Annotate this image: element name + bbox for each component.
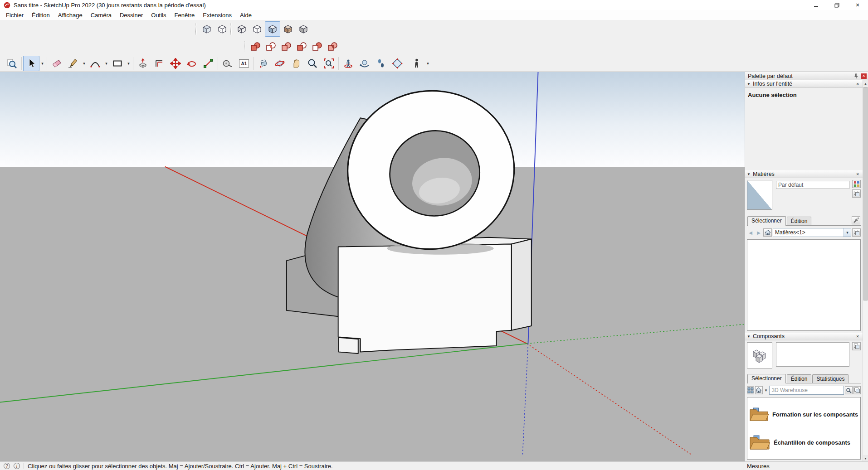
- materials-list[interactable]: [747, 239, 861, 331]
- model-viewport[interactable]: [0, 72, 745, 461]
- scroll-thumb[interactable]: [863, 87, 868, 300]
- scale-button[interactable]: [200, 56, 216, 71]
- materials-close-icon[interactable]: [854, 171, 861, 177]
- menu-fenetre[interactable]: Fenêtre: [171, 11, 199, 19]
- scroll-up-icon[interactable]: [863, 80, 868, 87]
- materials-tab-select[interactable]: Sélectionner: [747, 216, 786, 226]
- components-secondary-pane-button[interactable]: [853, 386, 861, 394]
- toolbar-grip[interactable]: [244, 41, 245, 52]
- subtract-button[interactable]: [294, 39, 309, 54]
- restore-button[interactable]: [826, 0, 847, 10]
- split-button[interactable]: [325, 39, 340, 54]
- materials-collection-dropdown[interactable]: Matières<1>: [773, 228, 851, 237]
- components-close-icon[interactable]: [854, 334, 861, 339]
- shapes-button[interactable]: [109, 56, 126, 71]
- style-hidden-line-button[interactable]: [249, 21, 265, 37]
- components-tab-edit[interactable]: Édition: [787, 374, 812, 383]
- tape-measure-button[interactable]: [219, 56, 236, 71]
- rotate-button[interactable]: [184, 56, 200, 71]
- select-button[interactable]: [23, 56, 39, 71]
- style-shaded-button[interactable]: [265, 21, 280, 37]
- material-pane-button[interactable]: [852, 189, 861, 198]
- style-shaded-textures-button[interactable]: [280, 21, 296, 37]
- collapse-triangle-icon[interactable]: [747, 172, 751, 176]
- position-camera-button[interactable]: [340, 56, 356, 71]
- menu-edition[interactable]: Édition: [28, 11, 54, 19]
- outer-shell-button[interactable]: [248, 39, 263, 54]
- collapse-triangle-icon[interactable]: [747, 82, 751, 86]
- menu-aide[interactable]: Aide: [236, 11, 256, 19]
- components-search-input[interactable]: [769, 386, 844, 395]
- create-material-button[interactable]: [852, 180, 861, 188]
- style-monochrome-button[interactable]: [296, 21, 311, 37]
- look-around-button[interactable]: [356, 56, 373, 71]
- union-button[interactable]: [278, 39, 294, 54]
- dimension-text-button[interactable]: [236, 56, 252, 71]
- offset-button[interactable]: [151, 56, 167, 71]
- materials-back-icon[interactable]: [747, 228, 754, 237]
- list-item[interactable]: Formation sur les composants ...: [749, 400, 858, 428]
- collapse-triangle-icon[interactable]: [747, 334, 751, 339]
- line-button[interactable]: [65, 56, 81, 71]
- measurements-input[interactable]: [773, 463, 864, 470]
- materials-tab-edit[interactable]: Édition: [787, 217, 812, 225]
- components-home-button[interactable]: [755, 386, 762, 394]
- search-button[interactable]: [4, 56, 20, 71]
- zoom-button[interactable]: [304, 56, 321, 71]
- section-plane-button[interactable]: [389, 56, 405, 71]
- style-back-edges-button[interactable]: [215, 21, 230, 37]
- components-header[interactable]: Composants: [745, 333, 863, 340]
- component-pane-button[interactable]: [852, 342, 861, 350]
- arc-button[interactable]: [87, 56, 103, 71]
- menu-outils[interactable]: Outils: [147, 11, 170, 19]
- intersect-button[interactable]: [263, 39, 278, 54]
- trim-button[interactable]: [309, 39, 325, 54]
- components-search-button[interactable]: [845, 386, 852, 394]
- entity-info-close-icon[interactable]: [854, 81, 861, 87]
- toolbar-grip[interactable]: [230, 24, 232, 34]
- menu-dessiner[interactable]: Dessiner: [116, 11, 147, 19]
- menu-camera[interactable]: Caméra: [87, 11, 116, 19]
- tray-scrollbar[interactable]: [863, 80, 868, 461]
- tray-header[interactable]: Palette par défaut: [745, 72, 868, 80]
- tray-close-icon[interactable]: [861, 73, 867, 79]
- materials-forward-icon[interactable]: [755, 228, 762, 237]
- scroll-down-icon[interactable]: [863, 455, 868, 461]
- orbit-button[interactable]: [272, 56, 288, 71]
- menu-fichier[interactable]: Fichier: [2, 11, 28, 19]
- close-button[interactable]: [847, 0, 868, 10]
- components-home-dropdown[interactable]: [764, 386, 769, 395]
- components-view-button[interactable]: [747, 386, 754, 394]
- materials-secondary-pane-button[interactable]: [852, 228, 861, 237]
- select-dropdown[interactable]: [39, 56, 45, 71]
- style-wireframe-button[interactable]: [234, 21, 249, 37]
- person-button[interactable]: [409, 56, 425, 71]
- toolbar-grip[interactable]: [195, 24, 197, 34]
- components-tab-stats[interactable]: Statistiques: [812, 374, 848, 383]
- list-item[interactable]: Échantillon de composants: [749, 428, 858, 456]
- components-list[interactable]: Formation sur les composants ... Échanti…: [747, 397, 861, 460]
- combo-caret-icon[interactable]: [844, 228, 851, 237]
- components-tab-select[interactable]: Sélectionner: [747, 374, 786, 383]
- materials-home-button[interactable]: [763, 228, 772, 237]
- entity-info-header[interactable]: Infos sur l'entité: [745, 80, 863, 88]
- pin-icon[interactable]: [853, 73, 859, 79]
- zoom-extents-button[interactable]: [321, 56, 337, 71]
- push-pull-button[interactable]: [135, 56, 151, 71]
- menu-extensions[interactable]: Extensions: [199, 11, 236, 19]
- info-icon[interactable]: [14, 463, 20, 469]
- move-button[interactable]: [167, 56, 184, 71]
- help-icon[interactable]: [4, 463, 10, 469]
- pan-button[interactable]: [288, 56, 304, 71]
- style-xray-button[interactable]: [199, 21, 215, 37]
- materials-header[interactable]: Matières: [745, 170, 863, 178]
- paint-bucket-button[interactable]: [255, 56, 272, 71]
- arc-dropdown[interactable]: [103, 56, 109, 71]
- minimize-button[interactable]: [805, 0, 826, 10]
- person-dropdown[interactable]: [425, 56, 431, 71]
- line-dropdown[interactable]: [81, 56, 87, 71]
- eraser-button[interactable]: [49, 56, 65, 71]
- shapes-dropdown[interactable]: [126, 56, 132, 71]
- menu-affichage[interactable]: Affichage: [54, 11, 87, 19]
- walk-button[interactable]: [373, 56, 389, 71]
